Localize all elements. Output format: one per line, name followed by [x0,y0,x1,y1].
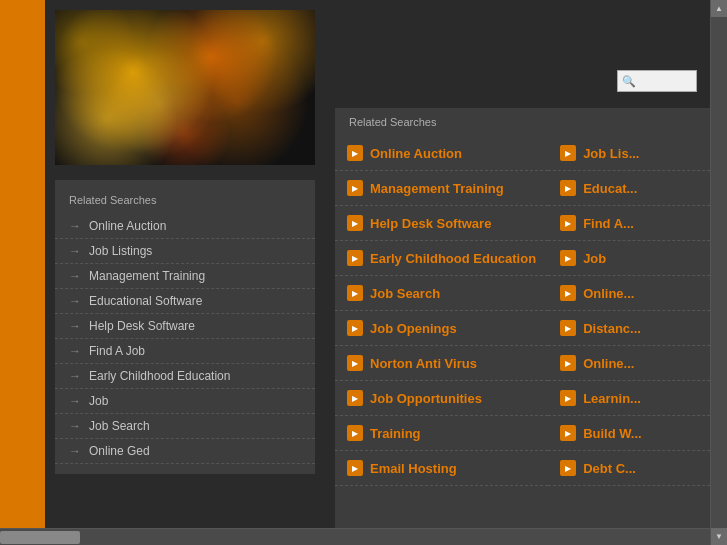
result-arrow-icon [347,250,363,266]
result-arrow-icon [560,425,576,441]
list-item[interactable]: → Job Listings [55,239,315,264]
result-item[interactable]: Email Hosting [335,451,548,486]
result-arrow-icon [560,145,576,161]
result-arrow-icon [347,425,363,441]
result-arrow-icon [347,320,363,336]
results-grid: Online Auction Job Lis... Management Tra… [335,136,725,486]
result-label: Early Childhood Education [370,251,536,266]
list-item[interactable]: → Help Desk Software [55,314,315,339]
result-item[interactable]: Job Opportunities [335,381,548,416]
item-label: Educational Software [89,294,202,308]
item-label: Online Ged [89,444,150,458]
result-item[interactable]: Management Training [335,171,548,206]
result-item[interactable]: Debt C... [548,451,725,486]
result-item[interactable]: Job Lis... [548,136,725,171]
item-label: Help Desk Software [89,319,195,333]
item-label: Job Search [89,419,150,433]
result-arrow-icon [347,355,363,371]
result-label: Learnin... [583,391,641,406]
result-arrow-icon [347,285,363,301]
result-arrow-icon [560,320,576,336]
list-item[interactable]: → Online Ged [55,439,315,464]
result-label: Help Desk Software [370,216,491,231]
result-label: Email Hosting [370,461,457,476]
result-item[interactable]: Online... [548,346,725,381]
list-item[interactable]: → Early Childhood Education [55,364,315,389]
result-arrow-icon [560,250,576,266]
result-label: Distanc... [583,321,641,336]
result-arrow-icon [560,390,576,406]
result-item[interactable]: Online... [548,276,725,311]
scroll-down-button[interactable]: ▼ [711,528,728,545]
item-label: Job Listings [89,244,152,258]
result-arrow-icon [560,180,576,196]
result-arrow-icon [347,390,363,406]
arrow-icon: → [69,419,81,433]
result-item[interactable]: Job [548,241,725,276]
result-label: Job Openings [370,321,457,336]
result-item[interactable]: Help Desk Software [335,206,548,241]
result-label: Build W... [583,426,642,441]
result-label: Job Search [370,286,440,301]
result-label: Training [370,426,421,441]
right-panel-title: Related Searches [335,108,725,136]
result-label: Online... [583,356,634,371]
result-label: Debt C... [583,461,636,476]
list-item[interactable]: → Management Training [55,264,315,289]
result-item[interactable]: Build W... [548,416,725,451]
result-label: Norton Anti Virus [370,356,477,371]
result-label: Educat... [583,181,637,196]
result-label: Management Training [370,181,504,196]
result-label: Job Opportunities [370,391,482,406]
scrollbar-track [0,529,710,545]
result-label: Job [583,251,606,266]
arrow-icon: → [69,444,81,458]
list-item[interactable]: → Job [55,389,315,414]
search-box[interactable]: 🔍 [617,70,697,92]
left-sidebar-title: Related Searches [55,190,315,214]
scrollbar-thumb[interactable] [0,531,80,544]
result-arrow-icon [560,285,576,301]
orange-sidebar-strip [0,0,45,545]
header-image [55,10,315,165]
arrow-icon: → [69,244,81,258]
result-label: Online Auction [370,146,462,161]
result-arrow-icon [560,355,576,371]
result-label: Online... [583,286,634,301]
arrow-icon: → [69,319,81,333]
arrow-icon: → [69,219,81,233]
item-label: Job [89,394,108,408]
list-item[interactable]: → Job Search [55,414,315,439]
result-item[interactable]: Educat... [548,171,725,206]
horizontal-scrollbar[interactable] [0,528,710,545]
item-label: Online Auction [89,219,166,233]
result-arrow-icon [560,460,576,476]
right-panel: Related Searches Online Auction Job Lis.… [335,108,725,543]
arrow-icon: → [69,294,81,308]
result-label: Find A... [583,216,634,231]
result-item[interactable]: Early Childhood Education [335,241,548,276]
scroll-up-button[interactable]: ▲ [711,0,728,17]
arrow-icon: → [69,369,81,383]
result-arrow-icon [347,215,363,231]
list-item[interactable]: → Educational Software [55,289,315,314]
item-label: Early Childhood Education [89,369,230,383]
arrow-icon: → [69,269,81,283]
result-item[interactable]: Job Openings [335,311,548,346]
search-icon: 🔍 [622,75,636,88]
vertical-scrollbar[interactable]: ▲ ▼ [710,0,727,545]
result-arrow-icon [347,145,363,161]
result-item[interactable]: Learnin... [548,381,725,416]
result-item[interactable]: Norton Anti Virus [335,346,548,381]
bokeh-background [55,10,315,165]
result-item[interactable]: Online Auction [335,136,548,171]
list-item[interactable]: → Online Auction [55,214,315,239]
result-item[interactable]: Distanc... [548,311,725,346]
arrow-icon: → [69,344,81,358]
result-item[interactable]: Find A... [548,206,725,241]
item-label: Find A Job [89,344,145,358]
list-item[interactable]: → Find A Job [55,339,315,364]
search-input[interactable] [636,74,692,88]
result-item[interactable]: Job Search [335,276,548,311]
result-item[interactable]: Training [335,416,548,451]
